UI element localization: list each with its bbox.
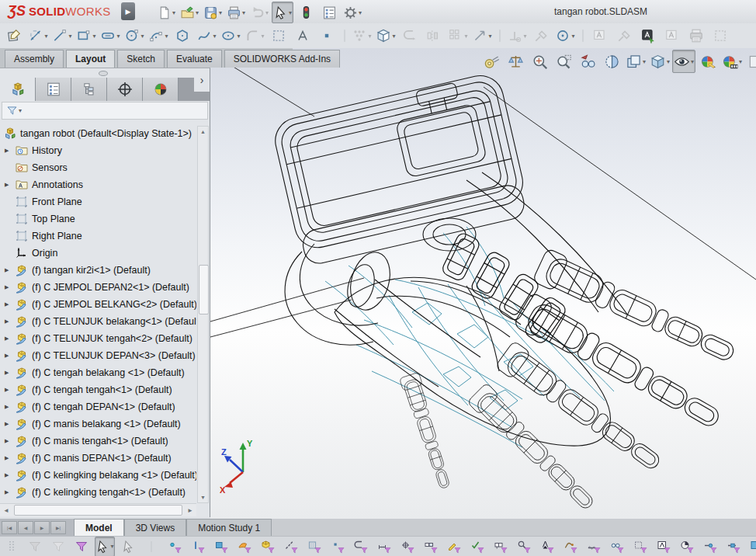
configurationmanager-tab[interactable]	[71, 78, 107, 101]
display-relations-button[interactable]	[506, 25, 528, 47]
circle-button[interactable]	[123, 25, 145, 47]
section-view-button[interactable]	[600, 50, 623, 73]
save-button[interactable]	[202, 2, 224, 23]
select-filter-button[interactable]	[95, 537, 115, 556]
tree-item-right-plane[interactable]: Right Plane	[0, 228, 196, 245]
tab-assembly[interactable]: Assembly	[5, 50, 64, 68]
propertymanager-tab[interactable]	[36, 78, 71, 101]
display-style-button[interactable]	[672, 50, 695, 73]
toolbar-separator[interactable]	[495, 25, 504, 47]
toolbar-grip[interactable]	[2, 537, 22, 556]
first-tab-button[interactable]: |◀	[2, 521, 17, 534]
filter-weld-beads-button[interactable]	[584, 537, 604, 556]
horizontal-scrollbar-thumb[interactable]	[14, 505, 182, 516]
filter-clear-button[interactable]	[25, 537, 45, 556]
expand-arrow-icon[interactable]	[5, 455, 15, 461]
menu-expand-button[interactable]: ▶	[121, 2, 135, 20]
note-a-button[interactable]	[589, 25, 611, 47]
expand-arrow-icon[interactable]	[5, 148, 15, 154]
scroll-left-button[interactable]	[0, 505, 12, 516]
dimxpertmanager-tab[interactable]	[107, 78, 143, 101]
filter-sketch-segments-button[interactable]	[351, 537, 371, 556]
assembly-visualization-button[interactable]	[624, 50, 647, 73]
undo-button[interactable]	[248, 2, 270, 23]
selection-box-button[interactable]	[268, 25, 290, 47]
filter-notes-button[interactable]	[444, 537, 464, 556]
filter-solid-bodies-button[interactable]	[258, 537, 278, 556]
filter-axes-button[interactable]	[281, 537, 301, 556]
tree-item-telunjuk-belakang[interactable]: (f) C TELUNJUK belakang<1> (Default)	[0, 313, 196, 330]
linear-pattern-button[interactable]	[447, 25, 469, 47]
tree-item-tengah-tengah[interactable]: (f) C tengah tengah<1> (Default)	[0, 381, 196, 398]
zoom-area-button[interactable]	[552, 50, 575, 73]
expand-arrow-icon[interactable]	[5, 370, 15, 376]
edit-appearance-button[interactable]	[696, 50, 720, 73]
tree-vertical-scrollbar[interactable]	[197, 126, 209, 503]
expand-arrow-icon[interactable]	[5, 182, 15, 188]
tree-item-jempol-belkang[interactable]: (f) C JEMPOL BELKANG<2> (Default)	[0, 296, 196, 313]
tab-model[interactable]: Model	[74, 519, 124, 536]
wireframe-model[interactable]	[210, 48, 756, 519]
annotation-add-button[interactable]	[661, 25, 683, 47]
tree-item-tengah-belakang[interactable]: (f) C tengah belakang <1> (Default)	[0, 364, 196, 381]
filter-planes-button[interactable]	[304, 537, 324, 556]
tree-item-front-plane[interactable]: Front Plane	[0, 193, 196, 210]
measure-button[interactable]	[480, 50, 503, 73]
scroll-up-button[interactable]	[198, 127, 208, 137]
filter-connection-points-button[interactable]	[700, 537, 720, 556]
open-button[interactable]	[179, 2, 200, 23]
mirror-entities-button[interactable]	[423, 25, 445, 47]
expand-arrow-icon[interactable]	[5, 421, 15, 427]
select-button[interactable]	[272, 2, 293, 23]
expand-arrow-icon[interactable]	[5, 404, 15, 410]
tree-item-jempol-depan2[interactable]: (f) C JEMPOL DEPAN2<1> (Default)	[0, 279, 196, 296]
toolbar-separator[interactable]	[578, 25, 587, 47]
move-entities-button[interactable]	[471, 25, 493, 47]
scroll-down-button[interactable]	[198, 492, 208, 502]
filter-annotations-button[interactable]	[537, 537, 557, 556]
expand-arrow-icon[interactable]	[5, 472, 15, 478]
tree-item-manis-depan[interactable]: (f) C manis DEPAN<1> (Default)	[0, 450, 196, 467]
expand-arrow-icon[interactable]	[5, 387, 15, 393]
straight-slot-button[interactable]	[99, 25, 121, 47]
text-style-button[interactable]	[637, 25, 659, 47]
filter-vertices-button[interactable]	[165, 537, 185, 556]
expand-arrow-icon[interactable]	[5, 489, 15, 495]
viewport[interactable]: Y Z X	[210, 48, 756, 519]
isometric-sketch-button[interactable]	[375, 25, 397, 47]
last-tab-button[interactable]: ▶|	[50, 521, 66, 534]
filter-section-lines-button[interactable]	[677, 537, 697, 556]
repair-sketch-button[interactable]	[530, 25, 552, 47]
convert-entities-button[interactable]	[399, 25, 421, 47]
filter-faces-button[interactable]	[211, 537, 231, 556]
filter-edges-button[interactable]	[188, 537, 208, 556]
expand-arrow-icon[interactable]	[5, 353, 15, 359]
smart-dimension-button[interactable]	[27, 25, 49, 47]
zoom-fit-button[interactable]	[528, 50, 551, 73]
expand-arrow-icon[interactable]	[5, 335, 15, 342]
filter-dimensions-button[interactable]	[374, 537, 394, 556]
tab-motion-study-1[interactable]: Motion Study 1	[186, 519, 272, 536]
tree-item-top-plane[interactable]: Top Plane	[0, 210, 196, 228]
previous-tab-button[interactable]: ◀	[18, 521, 33, 534]
print-note-button[interactable]	[685, 25, 707, 47]
tab-evaluate[interactable]: Evaluate	[167, 50, 222, 68]
filter-magnified-selection-button[interactable]	[514, 537, 534, 556]
tree-item-kelingking-belakang[interactable]: (f) C kelingking belakang <1> (Default)	[0, 467, 196, 484]
spline-button[interactable]	[196, 25, 217, 47]
panel-splitter[interactable]	[0, 68, 210, 78]
text-button[interactable]	[292, 25, 314, 47]
previous-view-button[interactable]	[576, 50, 599, 73]
expand-arrow-icon[interactable]	[5, 438, 15, 444]
tree-item-history[interactable]: History	[0, 142, 196, 159]
tree-item-tangan-kir2i[interactable]: (f) tangan kir2i<1> (Default)	[0, 262, 196, 279]
expand-arrow-icon[interactable]	[5, 267, 15, 273]
tree-item-kelingking-tengah[interactable]: (f) C kelingking tengah<1> (Default)	[0, 484, 196, 501]
filter-blocks-button[interactable]	[747, 537, 756, 556]
filter-surface-finish-button[interactable]	[467, 537, 487, 556]
sketch-pattern-button[interactable]	[351, 25, 373, 47]
toolbar-separator[interactable]	[340, 25, 349, 47]
tree-item-root[interactable]: tangan robot (Default<Display State-1>)	[0, 125, 196, 142]
tab-layout[interactable]: Layout	[66, 50, 115, 68]
point-button[interactable]	[316, 25, 338, 47]
